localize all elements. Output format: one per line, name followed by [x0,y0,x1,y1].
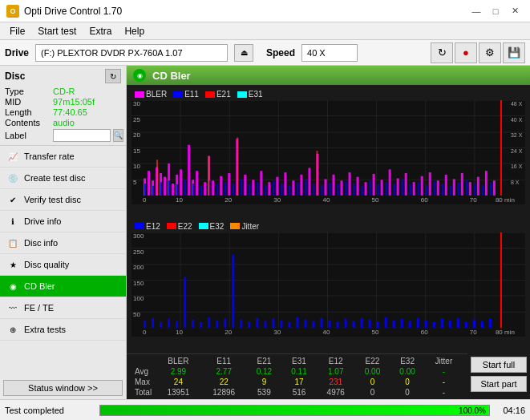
svg-rect-48 [204,182,206,196]
svg-rect-185 [312,321,314,327]
svg-rect-189 [345,318,347,327]
svg-text:10: 10 [176,329,183,336]
svg-rect-123 [442,184,443,196]
svg-rect-78 [437,180,439,196]
svg-rect-116 [386,182,387,196]
settings-button[interactable]: ⚙ [479,42,501,63]
svg-text:80 min: 80 min [496,329,515,336]
svg-rect-54 [244,175,246,196]
svg-rect-127 [474,184,475,196]
svg-rect-119 [410,184,411,196]
svg-rect-171 [200,321,202,327]
svg-rect-68 [357,177,359,196]
titlebar-left: O Opti Drive Control 1.70 [6,5,122,18]
svg-text:70: 70 [470,196,477,204]
stats-avg-row: Avg 2.99 2.77 0.12 0.11 1.07 0.00 0.00 - [131,366,463,377]
svg-rect-184 [304,319,306,327]
svg-rect-56 [260,171,262,196]
svg-rect-55 [252,180,254,196]
svg-rect-71 [381,180,383,196]
svg-rect-57 [268,182,270,196]
menu-help[interactable]: Help [118,24,151,38]
sidebar-nav: 📈 Transfer rate 💿 Create test disc ✔ Ver… [0,146,126,377]
sidebar-item-transfer-rate[interactable]: 📈 Transfer rate [0,146,126,168]
svg-rect-207 [489,318,492,327]
svg-rect-176 [240,319,242,327]
speed-selector[interactable]: 40 X [301,44,358,62]
menu-extra[interactable]: Extra [83,24,118,38]
svg-rect-111 [346,181,347,196]
svg-rect-195 [393,320,395,327]
disc-panel: Disc ↻ Type CD-R MID 97m15:05f Length 77… [0,66,126,146]
svg-rect-197 [409,321,411,327]
disc-label-icon[interactable]: 🔍 [113,129,123,142]
svg-text:150: 150 [133,280,144,287]
svg-rect-107 [313,184,314,196]
svg-text:8 X: 8 X [511,180,520,185]
stats-total-row: Total 13951 12896 539 516 4976 0 0 - [131,387,463,398]
sidebar-item-create-test-disc[interactable]: 💿 Create test disc [0,168,126,189]
app-icon: O [6,5,19,18]
col-header-e21: E21 [247,356,282,366]
svg-rect-199 [425,320,427,327]
svg-text:5: 5 [133,179,136,186]
svg-rect-88 [160,182,162,196]
svg-rect-132 [208,156,209,196]
record-button[interactable]: ● [455,42,477,63]
save-button[interactable]: 💾 [503,42,525,63]
svg-rect-70 [373,174,375,196]
sidebar-item-disc-quality[interactable]: ★ Disc quality [0,254,126,276]
svg-rect-198 [417,317,419,327]
stats-area: BLER E11 E21 E31 E12 E22 E32 Jitter Avg [127,353,467,399]
sidebar-item-extra-tests[interactable]: ⊕ Extra tests [0,319,126,341]
legend-e32: E32 [199,222,225,231]
chart1-legend: BLER E11 E21 E31 [131,88,525,100]
minimize-button[interactable]: — [467,4,485,18]
disc-type-row: Type CD-R [5,87,121,96]
disc-refresh-button[interactable]: ↻ [105,69,121,83]
svg-rect-64 [324,179,326,195]
menu-file[interactable]: File [3,24,31,38]
svg-rect-93 [200,186,202,196]
svg-rect-186 [320,317,322,327]
sidebar-item-disc-info[interactable]: 📋 Disc info [0,232,126,254]
svg-text:60: 60 [421,329,428,336]
svg-text:30: 30 [133,101,140,108]
legend-bler: BLER [135,90,167,99]
legend-e12: E12 [135,222,160,231]
start-part-button[interactable]: Start part [471,376,527,392]
svg-text:40: 40 [322,196,330,204]
svg-rect-188 [337,321,339,327]
status-window-button[interactable]: Status window >> [3,380,123,396]
svg-rect-126 [466,180,467,196]
sidebar-item-drive-info[interactable]: ℹ Drive info [0,211,126,232]
close-button[interactable]: ✕ [506,4,524,18]
svg-rect-101 [265,185,266,196]
svg-rect-65 [333,175,335,196]
eject-button[interactable]: ⏏ [234,44,253,62]
svg-rect-104 [289,186,290,196]
disc-label-input[interactable] [53,129,111,142]
maximize-button[interactable]: □ [487,4,504,18]
svg-text:50: 50 [372,329,379,336]
svg-text:16 X: 16 X [511,164,523,170]
svg-rect-196 [401,318,403,327]
sidebar-item-cd-bler[interactable]: ◉ CD Bler [0,276,126,297]
start-full-button[interactable]: Start full [471,357,527,373]
refresh-button[interactable]: ↻ [431,42,453,63]
svg-rect-92 [192,184,194,196]
svg-rect-87 [152,186,154,196]
svg-rect-77 [429,172,431,196]
svg-rect-59 [284,172,286,196]
svg-rect-172 [208,317,210,327]
svg-rect-105 [297,182,298,196]
stats-table: BLER E11 E21 E31 E12 E22 E32 Jitter Avg [131,356,463,398]
svg-text:20: 20 [225,196,232,204]
charts-container: BLER E11 E21 E31 [127,85,530,353]
svg-rect-99 [249,184,250,196]
col-header-e31: E31 [281,356,317,366]
sidebar-item-verify-test-disc[interactable]: ✔ Verify test disc [0,189,126,211]
drive-selector[interactable]: (F:) PLEXTOR DVDR PX-760A 1.07 [35,44,228,62]
sidebar-item-fe-te[interactable]: 〰 FE / TE [0,297,126,319]
menu-start-test[interactable]: Start test [31,24,83,38]
